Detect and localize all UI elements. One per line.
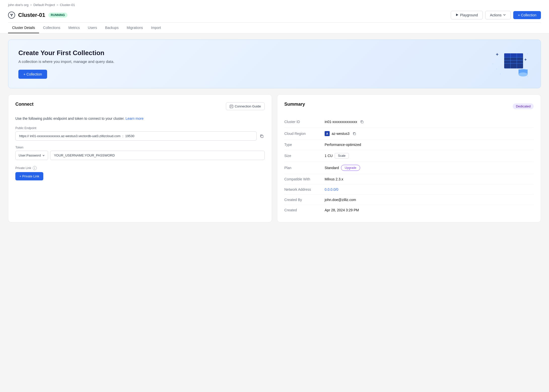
svg-rect-24 — [230, 105, 233, 108]
play-icon — [456, 13, 459, 17]
banner-illustration: + + — [490, 49, 531, 79]
connect-description: Use the following public endpoint and to… — [15, 116, 265, 121]
nav-tabs: Cluster Details Collections Metrics User… — [8, 22, 541, 33]
connection-guide-button[interactable]: Connection Guide — [226, 102, 265, 110]
add-private-link-button[interactable]: + Private Link — [15, 172, 43, 180]
playground-button[interactable]: Playground — [451, 11, 483, 19]
cluster-icon — [8, 12, 15, 19]
actions-button[interactable]: Actions — [485, 11, 511, 19]
svg-text:+: + — [496, 52, 499, 57]
summary-card: Summary Dedicated Cluster ID in01-xxxxxx… — [277, 94, 541, 222]
tab-users[interactable]: Users — [84, 23, 101, 33]
breadcrumb-cluster: Cluster-01 — [60, 3, 75, 7]
svg-point-18 — [519, 72, 528, 76]
summary-row-created: Created Apr 28, 2024 3:29 PM — [284, 205, 534, 215]
svg-point-21 — [500, 73, 501, 74]
status-badge: RUNNING — [48, 13, 67, 18]
tab-metrics[interactable]: Metrics — [64, 23, 84, 33]
tab-cluster-details[interactable]: Cluster Details — [8, 23, 39, 33]
summary-row-compatible: Compatible With Milvus 2.3.x — [284, 174, 534, 184]
svg-point-19 — [492, 63, 493, 64]
connect-card: Connect Connection Guide Use the followi… — [8, 94, 272, 222]
summary-row-size: Size 1 CU Scale — [284, 150, 534, 162]
scale-button[interactable]: Scale — [335, 153, 349, 159]
summary-row-network: Network Address 0.0.0.0/0 — [284, 184, 534, 195]
dedicated-badge: Dedicated — [513, 103, 534, 109]
connect-title: Connect — [15, 102, 33, 107]
svg-point-22 — [527, 53, 528, 54]
svg-rect-28 — [361, 121, 363, 123]
token-type-select[interactable]: User:Password — [15, 151, 48, 160]
breadcrumb-org: john doe's org — [8, 3, 28, 7]
svg-point-23 — [527, 76, 528, 77]
svg-rect-27 — [261, 135, 263, 138]
tab-collections[interactable]: Collections — [39, 23, 64, 33]
tab-migrations[interactable]: Migrations — [123, 23, 147, 33]
add-collection-button[interactable]: + Collection — [513, 11, 541, 19]
summary-row-type: Type Performance-optimized — [284, 140, 534, 150]
cloud-region-copy-button[interactable] — [352, 131, 357, 136]
private-link-label: Private Link i — [15, 166, 265, 170]
summary-row-created-by: Created By john.doe@zilliz.com — [284, 195, 534, 205]
endpoint-copy-button[interactable] — [259, 133, 265, 139]
summary-row-cloud-region: Cloud Region A az-westus3 — [284, 128, 534, 140]
upgrade-button[interactable]: Upgrade — [341, 165, 360, 171]
endpoint-label: Public Endpoint — [15, 126, 265, 130]
info-icon[interactable]: i — [33, 166, 37, 170]
cluster-id-copy-button[interactable] — [359, 119, 365, 125]
summary-rows: Cluster ID in01-xxxxxxxxxxxxxx Cloud Reg… — [284, 116, 534, 215]
create-collection-banner: Create Your First Collection A collectio… — [8, 40, 541, 88]
tab-import[interactable]: Import — [147, 23, 165, 33]
summary-row-cluster-id: Cluster ID in01-xxxxxxxxxxxxxx — [284, 116, 534, 128]
svg-point-20 — [496, 68, 497, 69]
svg-rect-10 — [504, 53, 523, 57]
banner-add-collection-button[interactable]: + Collection — [18, 70, 47, 79]
summary-row-plan: Plan Standard Upgrade — [284, 162, 534, 174]
network-address-link[interactable]: 0.0.0.0/0 — [325, 187, 338, 191]
banner-title: Create Your First Collection — [18, 49, 114, 57]
banner-subtitle: A collection is where you import, manage… — [18, 59, 114, 64]
cluster-name: Cluster-01 — [18, 12, 45, 18]
azure-icon: A — [325, 131, 330, 136]
endpoint-display: https:// in01-xxxxxxxxxxxxxx.az-westus3.… — [15, 131, 257, 141]
tab-backups[interactable]: Backups — [101, 23, 123, 33]
svg-rect-29 — [354, 133, 356, 135]
summary-title: Summary — [284, 102, 305, 107]
token-value-display: YOUR_USERNAME:YOUR_PASSWORD — [50, 151, 265, 160]
breadcrumb: john doe's org > Default Project > Clust… — [8, 0, 541, 9]
breadcrumb-project: Default Project — [33, 3, 55, 7]
chevron-down-icon — [503, 13, 506, 17]
learn-more-link[interactable]: Learn more — [125, 116, 144, 121]
token-label: Token — [15, 146, 265, 149]
svg-marker-6 — [456, 14, 458, 16]
svg-text:+: + — [524, 57, 527, 62]
